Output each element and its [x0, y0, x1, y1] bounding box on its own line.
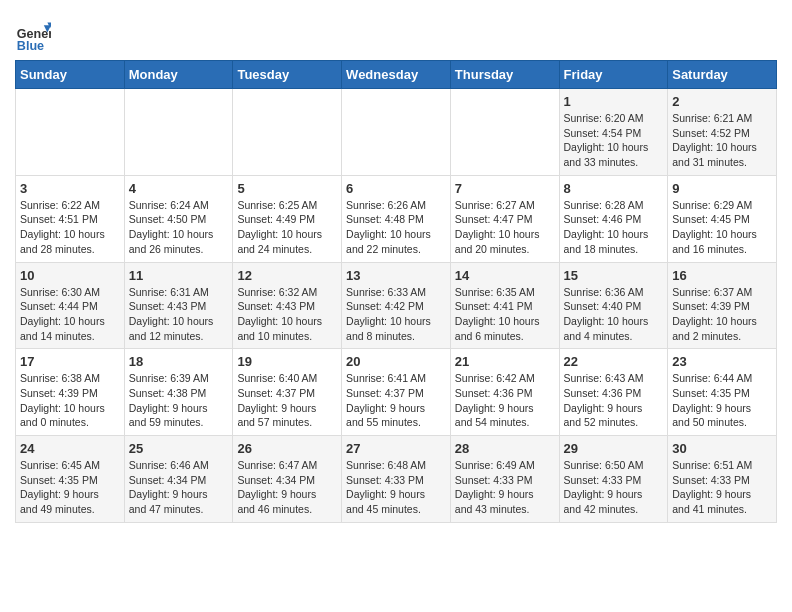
day-info: Sunrise: 6:33 AM Sunset: 4:42 PM Dayligh…	[346, 285, 446, 344]
weekday-header-sunday: Sunday	[16, 61, 125, 89]
day-info: Sunrise: 6:47 AM Sunset: 4:34 PM Dayligh…	[237, 458, 337, 517]
calendar-cell: 22Sunrise: 6:43 AM Sunset: 4:36 PM Dayli…	[559, 349, 668, 436]
day-info: Sunrise: 6:28 AM Sunset: 4:46 PM Dayligh…	[564, 198, 664, 257]
calendar-cell	[342, 89, 451, 176]
day-number: 19	[237, 354, 337, 369]
calendar-cell: 19Sunrise: 6:40 AM Sunset: 4:37 PM Dayli…	[233, 349, 342, 436]
calendar-cell: 30Sunrise: 6:51 AM Sunset: 4:33 PM Dayli…	[668, 436, 777, 523]
calendar-cell: 24Sunrise: 6:45 AM Sunset: 4:35 PM Dayli…	[16, 436, 125, 523]
calendar-cell: 1Sunrise: 6:20 AM Sunset: 4:54 PM Daylig…	[559, 89, 668, 176]
calendar-week-3: 10Sunrise: 6:30 AM Sunset: 4:44 PM Dayli…	[16, 262, 777, 349]
calendar-cell: 7Sunrise: 6:27 AM Sunset: 4:47 PM Daylig…	[450, 175, 559, 262]
day-info: Sunrise: 6:22 AM Sunset: 4:51 PM Dayligh…	[20, 198, 120, 257]
day-number: 9	[672, 181, 772, 196]
day-info: Sunrise: 6:20 AM Sunset: 4:54 PM Dayligh…	[564, 111, 664, 170]
day-number: 25	[129, 441, 229, 456]
calendar-cell: 15Sunrise: 6:36 AM Sunset: 4:40 PM Dayli…	[559, 262, 668, 349]
day-number: 30	[672, 441, 772, 456]
calendar-header: SundayMondayTuesdayWednesdayThursdayFrid…	[16, 61, 777, 89]
day-info: Sunrise: 6:44 AM Sunset: 4:35 PM Dayligh…	[672, 371, 772, 430]
calendar-cell: 10Sunrise: 6:30 AM Sunset: 4:44 PM Dayli…	[16, 262, 125, 349]
day-number: 15	[564, 268, 664, 283]
weekday-header-saturday: Saturday	[668, 61, 777, 89]
calendar-week-5: 24Sunrise: 6:45 AM Sunset: 4:35 PM Dayli…	[16, 436, 777, 523]
calendar-cell: 4Sunrise: 6:24 AM Sunset: 4:50 PM Daylig…	[124, 175, 233, 262]
calendar-cell: 9Sunrise: 6:29 AM Sunset: 4:45 PM Daylig…	[668, 175, 777, 262]
day-number: 5	[237, 181, 337, 196]
day-number: 4	[129, 181, 229, 196]
day-number: 8	[564, 181, 664, 196]
day-number: 6	[346, 181, 446, 196]
logo-icon: General Blue	[15, 18, 51, 54]
calendar-cell: 20Sunrise: 6:41 AM Sunset: 4:37 PM Dayli…	[342, 349, 451, 436]
calendar-table: SundayMondayTuesdayWednesdayThursdayFrid…	[15, 60, 777, 523]
calendar-week-4: 17Sunrise: 6:38 AM Sunset: 4:39 PM Dayli…	[16, 349, 777, 436]
calendar-cell: 17Sunrise: 6:38 AM Sunset: 4:39 PM Dayli…	[16, 349, 125, 436]
day-info: Sunrise: 6:26 AM Sunset: 4:48 PM Dayligh…	[346, 198, 446, 257]
day-number: 18	[129, 354, 229, 369]
calendar-cell: 25Sunrise: 6:46 AM Sunset: 4:34 PM Dayli…	[124, 436, 233, 523]
calendar-cell: 16Sunrise: 6:37 AM Sunset: 4:39 PM Dayli…	[668, 262, 777, 349]
day-info: Sunrise: 6:30 AM Sunset: 4:44 PM Dayligh…	[20, 285, 120, 344]
day-info: Sunrise: 6:49 AM Sunset: 4:33 PM Dayligh…	[455, 458, 555, 517]
day-number: 29	[564, 441, 664, 456]
calendar-cell	[233, 89, 342, 176]
calendar-cell: 13Sunrise: 6:33 AM Sunset: 4:42 PM Dayli…	[342, 262, 451, 349]
weekday-header-tuesday: Tuesday	[233, 61, 342, 89]
day-number: 26	[237, 441, 337, 456]
day-number: 7	[455, 181, 555, 196]
day-number: 20	[346, 354, 446, 369]
calendar-cell: 6Sunrise: 6:26 AM Sunset: 4:48 PM Daylig…	[342, 175, 451, 262]
day-info: Sunrise: 6:42 AM Sunset: 4:36 PM Dayligh…	[455, 371, 555, 430]
weekday-header-wednesday: Wednesday	[342, 61, 451, 89]
day-info: Sunrise: 6:39 AM Sunset: 4:38 PM Dayligh…	[129, 371, 229, 430]
day-info: Sunrise: 6:46 AM Sunset: 4:34 PM Dayligh…	[129, 458, 229, 517]
calendar-cell: 2Sunrise: 6:21 AM Sunset: 4:52 PM Daylig…	[668, 89, 777, 176]
day-info: Sunrise: 6:50 AM Sunset: 4:33 PM Dayligh…	[564, 458, 664, 517]
calendar-week-1: 1Sunrise: 6:20 AM Sunset: 4:54 PM Daylig…	[16, 89, 777, 176]
day-info: Sunrise: 6:51 AM Sunset: 4:33 PM Dayligh…	[672, 458, 772, 517]
day-number: 13	[346, 268, 446, 283]
day-number: 23	[672, 354, 772, 369]
calendar-cell: 5Sunrise: 6:25 AM Sunset: 4:49 PM Daylig…	[233, 175, 342, 262]
weekday-header-thursday: Thursday	[450, 61, 559, 89]
calendar-cell: 8Sunrise: 6:28 AM Sunset: 4:46 PM Daylig…	[559, 175, 668, 262]
day-info: Sunrise: 6:38 AM Sunset: 4:39 PM Dayligh…	[20, 371, 120, 430]
calendar-week-2: 3Sunrise: 6:22 AM Sunset: 4:51 PM Daylig…	[16, 175, 777, 262]
day-info: Sunrise: 6:40 AM Sunset: 4:37 PM Dayligh…	[237, 371, 337, 430]
day-number: 3	[20, 181, 120, 196]
day-number: 12	[237, 268, 337, 283]
day-info: Sunrise: 6:25 AM Sunset: 4:49 PM Dayligh…	[237, 198, 337, 257]
day-number: 2	[672, 94, 772, 109]
calendar-cell: 23Sunrise: 6:44 AM Sunset: 4:35 PM Dayli…	[668, 349, 777, 436]
calendar-cell	[16, 89, 125, 176]
day-info: Sunrise: 6:48 AM Sunset: 4:33 PM Dayligh…	[346, 458, 446, 517]
day-info: Sunrise: 6:29 AM Sunset: 4:45 PM Dayligh…	[672, 198, 772, 257]
weekday-header-monday: Monday	[124, 61, 233, 89]
calendar-cell: 21Sunrise: 6:42 AM Sunset: 4:36 PM Dayli…	[450, 349, 559, 436]
day-info: Sunrise: 6:45 AM Sunset: 4:35 PM Dayligh…	[20, 458, 120, 517]
calendar-cell: 27Sunrise: 6:48 AM Sunset: 4:33 PM Dayli…	[342, 436, 451, 523]
day-info: Sunrise: 6:21 AM Sunset: 4:52 PM Dayligh…	[672, 111, 772, 170]
day-info: Sunrise: 6:27 AM Sunset: 4:47 PM Dayligh…	[455, 198, 555, 257]
calendar-cell: 28Sunrise: 6:49 AM Sunset: 4:33 PM Dayli…	[450, 436, 559, 523]
day-number: 10	[20, 268, 120, 283]
calendar-cell: 29Sunrise: 6:50 AM Sunset: 4:33 PM Dayli…	[559, 436, 668, 523]
page-header: General Blue	[15, 10, 777, 54]
logo: General Blue	[15, 18, 55, 54]
calendar-cell: 26Sunrise: 6:47 AM Sunset: 4:34 PM Dayli…	[233, 436, 342, 523]
day-number: 21	[455, 354, 555, 369]
day-info: Sunrise: 6:37 AM Sunset: 4:39 PM Dayligh…	[672, 285, 772, 344]
calendar-cell: 18Sunrise: 6:39 AM Sunset: 4:38 PM Dayli…	[124, 349, 233, 436]
day-number: 22	[564, 354, 664, 369]
calendar-cell: 11Sunrise: 6:31 AM Sunset: 4:43 PM Dayli…	[124, 262, 233, 349]
calendar-cell	[450, 89, 559, 176]
day-info: Sunrise: 6:24 AM Sunset: 4:50 PM Dayligh…	[129, 198, 229, 257]
day-number: 27	[346, 441, 446, 456]
day-number: 1	[564, 94, 664, 109]
day-info: Sunrise: 6:36 AM Sunset: 4:40 PM Dayligh…	[564, 285, 664, 344]
calendar-cell: 14Sunrise: 6:35 AM Sunset: 4:41 PM Dayli…	[450, 262, 559, 349]
calendar-cell: 12Sunrise: 6:32 AM Sunset: 4:43 PM Dayli…	[233, 262, 342, 349]
day-info: Sunrise: 6:41 AM Sunset: 4:37 PM Dayligh…	[346, 371, 446, 430]
svg-text:Blue: Blue	[17, 39, 44, 53]
